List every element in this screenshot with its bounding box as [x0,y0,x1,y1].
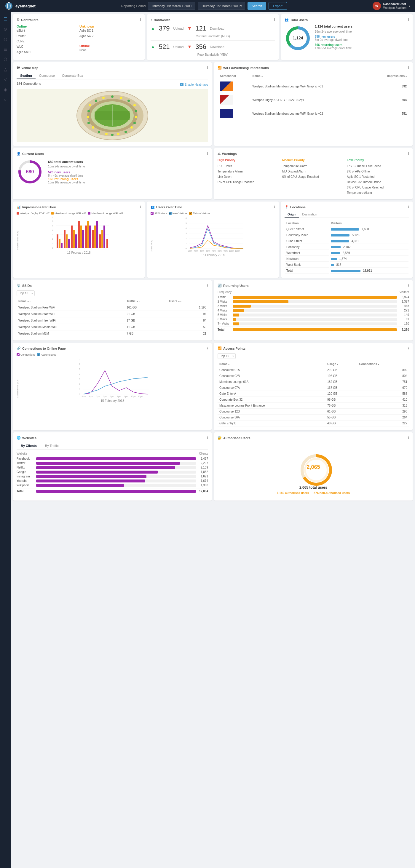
loc-name-newtown: Newtown [285,256,329,262]
sidebar-item-map[interactable]: ⬡ [1,55,9,63]
top-select-wrapper[interactable]: Top 10 Top 5 Top 20 [17,290,35,296]
impressions-bar-chart: 0 1 2 3 4 5 6 7 [20,217,141,249]
tab-seating[interactable]: Seating [17,72,36,79]
venue-map-info-icon[interactable]: ℹ [207,66,208,70]
loc-row-queen: Queen Street 7,650 [285,227,409,232]
ap-top-select-wrapper[interactable]: Top 10 [217,353,236,359]
svg-text:10pm: 10pm [131,395,136,398]
websites-info-icon[interactable]: ℹ [207,436,208,440]
ssid-name-5: Westpac Stadium M2M [17,331,125,337]
tab-by-traffic[interactable]: By Traffic [41,443,63,449]
return-visitors-checkbox[interactable] [189,212,192,215]
low-priority-col: Low Priority IPSEC Tunnel Low Speed 2% o… [347,159,409,195]
tab-by-clients[interactable]: By Clients [17,443,41,449]
websites-icon: 🌐 [17,436,21,440]
new-visitors-checkbox[interactable] [169,212,172,215]
freq-label-5: 5 Visits [217,313,231,316]
connections-online-info-icon[interactable]: ℹ [207,346,208,350]
total-users-info-icon[interactable]: ℹ [408,18,409,22]
peak-upload-value: 521 [159,43,170,51]
all-visitors-checkbox[interactable] [151,212,153,215]
ap-row-7: Mezzanine Lounge Front Entrance76 GB313 [217,403,409,409]
legend-item-2: Members Lounge WiFi v01 [51,212,87,215]
date-from-input[interactable] [148,2,195,10]
tab-concourse[interactable]: Concourse [36,72,58,79]
freq-bar-4 [233,309,244,312]
low-priority-label: Low Priority [347,159,409,162]
tab-origin[interactable]: Origin [285,212,299,218]
website-name-youtube: Youtube [17,479,34,483]
export-button[interactable]: Export [269,2,287,10]
ssids-table: Name ▴ Traffic ▴ Users ▴ Westpac Stadium… [17,299,208,337]
legend-label-3: Members Lounge WiFi v02 [91,212,123,215]
clients-col-header: Clients [199,452,208,455]
sidebar-item-analytics[interactable]: △ [1,65,9,73]
returning-users-info-icon[interactable]: ℹ [408,284,409,287]
users-time-title: Users Over Time [156,205,182,209]
auth-users-info-icon[interactable]: ℹ [408,436,409,440]
wifi-ads-info-icon[interactable]: ℹ [408,66,409,70]
ssids-col-users[interactable]: Users ▴ [167,299,208,304]
current-users-gauge: 680 [17,159,43,185]
auth-users-title: Authorised Users [223,436,250,440]
sidebar-item-share[interactable]: ◁ [1,75,9,84]
date-to-input[interactable] [198,2,245,10]
websites-title: Websites [22,436,36,440]
ssid-traffic-3: 17 GB [125,317,167,324]
access-points-info-icon[interactable]: ℹ [408,346,409,350]
users-time-info-icon[interactable]: ℹ [274,205,275,209]
loc-row-waterfront: Waterfront 2,559 [285,250,409,256]
sidebar-item-settings[interactable]: ◈ [1,85,9,94]
ap-top-select[interactable]: Top 10 [217,353,236,359]
avatar: W [373,2,381,10]
legend-all-visitors: All Visitors [151,212,167,215]
website-val-netflix: 2,139 [198,466,208,469]
warning-aps-offline: 2% of APs Offline [347,169,409,174]
ssids-col-traffic[interactable]: Traffic ▴ [125,299,167,304]
ssid-traffic-4: 11 GB [125,324,167,331]
sidebar-item-users[interactable]: ▤ [1,45,9,53]
sidebar-item-menu[interactable]: ☰ [1,15,9,23]
status-unknown: Unknown [80,25,141,28]
venue-map-card: 🗺 Venue Map ℹ Seating Concourse Corporat… [13,62,212,146]
search-button[interactable]: Search [247,2,266,10]
impressions-info-icon[interactable]: ℹ [140,205,141,209]
ap-row-10: Gate Entry B48 GB227 [217,421,409,427]
website-name-instagram: Instagram [17,475,34,478]
accumulated-checkbox[interactable] [37,353,40,356]
ssid-row-3: Westpac Stadium Hirer WiFi 17 GB 84 [17,317,208,324]
tab-destination[interactable]: Destination [299,212,320,218]
loc-name-total: Total [285,268,329,274]
stadium-map-svg [74,89,151,142]
current-users-info-icon[interactable]: ℹ [207,152,208,156]
svg-point-30 [87,122,90,124]
sidebar-item-dashboard[interactable]: ⊙ [1,25,9,33]
enable-heatmaps-checkbox[interactable]: ✓ Enable Heatmaps [180,83,208,86]
col-impressions: Impressions ▴ [371,73,409,79]
bandwidth-info-icon[interactable]: ℹ [274,18,275,22]
locations-title: Locations [290,205,306,209]
website-name-twitter: Twitter [17,461,34,465]
download-arrow-icon: ▼ [187,26,192,31]
tab-corporate-box[interactable]: Corporate Box [58,72,87,79]
controllers-info-icon[interactable]: ℹ [140,18,141,22]
locations-info-icon[interactable]: ℹ [408,205,409,209]
controller-empty [80,39,141,44]
sidebar-item-logout[interactable]: ○ [1,95,9,104]
ssids-col-name[interactable]: Name ▴ [17,299,125,304]
warnings-info-icon[interactable]: ℹ [408,152,409,156]
sidebar-item-wifi[interactable]: ◎ [1,35,9,43]
bar [61,243,63,248]
ssids-info-icon[interactable]: ℹ [207,284,208,287]
top-select[interactable]: Top 10 Top 5 Top 20 [17,290,35,296]
svg-text:4pm: 4pm [194,250,198,252]
svg-text:5: 5 [185,222,187,224]
bar [94,225,96,248]
svg-text:7: 7 [52,217,53,218]
chevron-down-icon[interactable]: ▾ [409,4,410,8]
ap-name-8: Concourse 12B [217,409,325,414]
connections-checkbox[interactable] [17,353,20,356]
ssid-name-1: Westpac Stadium Free WiFi [17,304,125,311]
bar [89,225,91,248]
users-over-time-card: 👥 Users Over Time ℹ All Visitors New Vis… [147,202,279,278]
